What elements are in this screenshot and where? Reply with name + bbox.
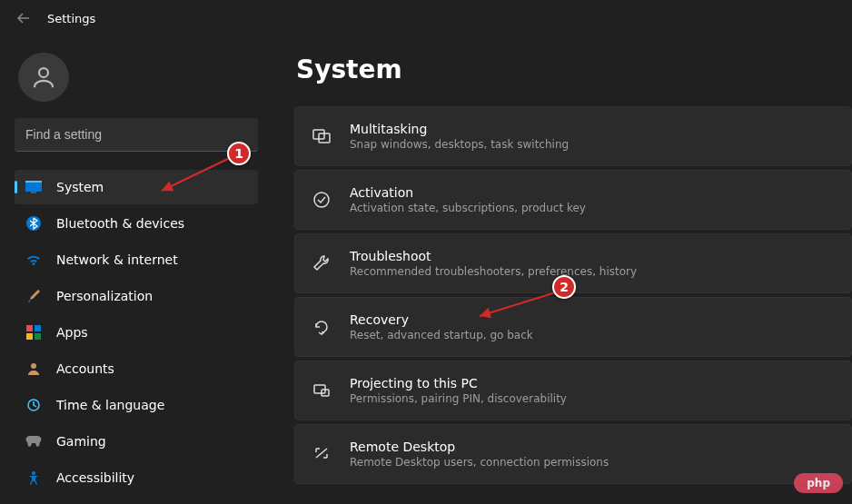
sidebar-item-label: Bluetooth & devices (56, 216, 184, 231)
card-title: Troubleshoot (350, 249, 637, 263)
sidebar-item-personalization[interactable]: Personalization (15, 279, 258, 313)
sidebar-item-label: Gaming (56, 434, 106, 449)
svg-rect-7 (26, 333, 33, 340)
titlebar: Settings (0, 0, 852, 36)
nav-list: System Bluetooth & devices Network & int… (15, 170, 258, 495)
main-content: System Multitasking Snap windows, deskto… (272, 36, 852, 502)
svg-point-9 (31, 363, 36, 369)
apps-icon (25, 324, 42, 341)
card-title: Recovery (350, 312, 533, 327)
sidebar-item-label: Personalization (56, 289, 153, 303)
svg-point-0 (39, 68, 48, 77)
sidebar-item-gaming[interactable]: Gaming (15, 424, 258, 459)
sidebar-item-network[interactable]: Network & internet (15, 242, 258, 277)
svg-rect-6 (35, 325, 41, 331)
annotation-marker-1: 1 (227, 142, 251, 165)
person-icon (25, 361, 42, 377)
sidebar-item-bluetooth[interactable]: Bluetooth & devices (15, 206, 258, 241)
card-recovery[interactable]: Recovery Reset, advanced startup, go bac… (294, 297, 852, 357)
recovery-icon (312, 317, 332, 337)
svg-point-14 (314, 193, 329, 207)
svg-point-11 (32, 471, 35, 475)
card-projecting[interactable]: Projecting to this PC Permissions, pairi… (294, 361, 852, 420)
sidebar-item-label: Apps (56, 325, 88, 340)
card-subtitle: Reset, advanced startup, go back (350, 329, 533, 341)
accessibility-icon (25, 469, 42, 486)
sidebar-item-apps[interactable]: Apps (15, 315, 258, 350)
sidebar-item-system[interactable]: System (15, 170, 258, 204)
svg-rect-8 (35, 333, 41, 340)
svg-rect-3 (31, 192, 36, 193)
sidebar-item-accounts[interactable]: Accounts (15, 351, 258, 386)
search-input[interactable] (15, 118, 258, 152)
card-remote-desktop[interactable]: Remote Desktop Remote Desktop users, con… (294, 424, 852, 484)
remote-desktop-icon (312, 444, 332, 464)
back-icon[interactable] (16, 11, 31, 25)
projecting-icon (312, 380, 332, 400)
card-title: Projecting to this PC (350, 376, 567, 390)
svg-rect-5 (26, 325, 33, 331)
sidebar-item-label: Time & language (56, 398, 164, 412)
sidebar: System Bluetooth & devices Network & int… (0, 36, 272, 502)
gamepad-icon (25, 433, 42, 450)
svg-rect-2 (25, 181, 42, 183)
sidebar-item-accessibility[interactable]: Accessibility (15, 460, 258, 495)
card-title: Multitasking (350, 122, 569, 136)
card-subtitle: Activation state, subscriptions, product… (350, 202, 586, 214)
page-title: System (296, 54, 852, 84)
sidebar-item-label: System (56, 180, 104, 194)
checkmark-circle-icon (312, 190, 332, 210)
sidebar-item-label: Accounts (56, 361, 114, 376)
watermark: php (794, 473, 843, 493)
card-title: Remote Desktop (350, 440, 609, 454)
card-activation[interactable]: Activation Activation state, subscriptio… (294, 170, 852, 230)
paintbrush-icon (25, 288, 42, 304)
wifi-icon (25, 252, 42, 268)
sidebar-item-label: Accessibility (56, 470, 134, 485)
settings-cards: Multitasking Snap windows, desktops, tas… (294, 106, 852, 484)
card-subtitle: Permissions, pairing PIN, discoverabilit… (350, 392, 567, 405)
card-subtitle: Remote Desktop users, connection permiss… (350, 456, 609, 469)
multitasking-icon (312, 126, 332, 146)
card-multitasking[interactable]: Multitasking Snap windows, desktops, tas… (294, 106, 852, 166)
wrench-icon (312, 253, 332, 273)
card-subtitle: Snap windows, desktops, task switching (350, 138, 569, 151)
card-title: Activation (350, 185, 586, 200)
sidebar-item-time-language[interactable]: Time & language (15, 388, 258, 422)
bluetooth-icon (25, 215, 42, 232)
card-subtitle: Recommended troubleshooters, preferences… (350, 265, 637, 278)
annotation-marker-2: 2 (552, 275, 576, 299)
display-icon (25, 179, 42, 195)
avatar[interactable] (18, 53, 69, 102)
sidebar-item-label: Network & internet (56, 252, 178, 267)
globe-clock-icon (25, 397, 42, 413)
app-title: Settings (47, 12, 95, 25)
